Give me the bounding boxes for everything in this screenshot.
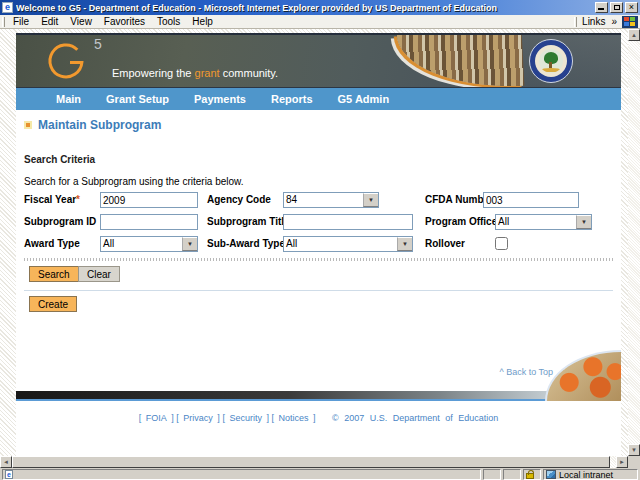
footer-link-foia[interactable]: FOIA xyxy=(146,413,167,423)
award-type-label: Award Type xyxy=(24,236,80,252)
scrollbar-corner xyxy=(628,456,640,468)
menu-gripper xyxy=(2,17,5,27)
links-chevron-icon[interactable]: » xyxy=(608,16,620,27)
horizontal-scroll-thumb[interactable] xyxy=(12,456,610,468)
agency-code-select[interactable]: 84▼ xyxy=(283,192,379,208)
program-office-label: Program Office xyxy=(425,214,497,230)
scroll-up-icon[interactable]: ▲ xyxy=(628,29,640,41)
g5-logo-5: 5 xyxy=(94,36,102,52)
classroom-chairs-photo xyxy=(545,350,621,401)
dropdown-arrow-icon[interactable]: ▼ xyxy=(576,215,591,229)
lock-icon xyxy=(526,473,534,479)
nav-main[interactable]: Main xyxy=(56,93,81,105)
search-criteria-title: Search Criteria xyxy=(24,154,95,165)
heading-bullet-icon xyxy=(24,121,32,129)
security-zone-panel: Local intranet xyxy=(543,469,638,480)
cfda-number-input[interactable] xyxy=(483,192,579,208)
ie-app-icon: e xyxy=(2,2,13,13)
vertical-scrollbar[interactable]: ▲ ▼ xyxy=(628,29,640,456)
nav-g5-admin[interactable]: G5 Admin xyxy=(338,93,390,105)
g5-banner: 5 Empowering the grant community. xyxy=(16,33,621,88)
department-of-education-seal-icon xyxy=(529,39,573,83)
create-button[interactable]: Create xyxy=(29,296,77,312)
main-nav-bar: Main Grant Setup Payments Reports G5 Adm… xyxy=(16,88,621,110)
rollover-label: Rollover xyxy=(425,236,465,252)
menu-tools[interactable]: Tools xyxy=(151,16,186,27)
links-label[interactable]: Links xyxy=(579,16,608,27)
sub-award-type-select[interactable]: All▼ xyxy=(283,236,413,252)
g5-logo-icon xyxy=(44,39,94,88)
page-body: Maintain Subprogram Search Criteria Sear… xyxy=(16,110,621,456)
required-asterisk: * xyxy=(76,194,80,205)
nav-reports[interactable]: Reports xyxy=(271,93,313,105)
banner-tagline: Empowering the grant community. xyxy=(112,67,278,79)
subprogram-id-input[interactable] xyxy=(100,214,198,230)
program-office-select[interactable]: All▼ xyxy=(495,214,592,230)
page-title: Maintain Subprogram xyxy=(38,118,161,132)
ie-page-icon: e xyxy=(5,470,13,479)
restore-icon xyxy=(614,5,620,10)
agency-code-label: Agency Code xyxy=(207,192,271,208)
search-instructions: Search for a Subprogram using the criter… xyxy=(24,176,244,187)
window-title: Welcome to G5 - Department of Education … xyxy=(16,3,593,13)
fiscal-year-input[interactable] xyxy=(100,192,198,208)
sub-award-type-label: Sub-Award Type xyxy=(207,236,285,252)
intranet-zone-icon xyxy=(546,470,556,479)
title-bar: e Welcome to G5 - Department of Educatio… xyxy=(0,0,640,15)
menu-edit[interactable]: Edit xyxy=(35,16,64,27)
library-photo xyxy=(397,33,525,88)
scroll-left-icon[interactable]: ◄ xyxy=(0,456,12,468)
subprogram-id-label: Subprogram ID xyxy=(24,214,96,230)
award-type-select[interactable]: All▼ xyxy=(100,236,198,252)
nav-payments[interactable]: Payments xyxy=(194,93,246,105)
dropdown-arrow-icon[interactable]: ▼ xyxy=(182,237,197,251)
dropdown-arrow-icon[interactable]: ▼ xyxy=(397,237,412,251)
section-divider xyxy=(24,290,613,291)
status-lock-panel xyxy=(523,469,541,480)
back-to-top-link[interactable]: ^ Back to Top xyxy=(499,367,553,377)
footer-link-security[interactable]: Security xyxy=(229,413,262,423)
links-gripper xyxy=(574,17,577,27)
form-row-3: Award Type All▼ Sub-Award Type All▼ Roll… xyxy=(16,236,621,254)
menu-file[interactable]: File xyxy=(7,16,35,27)
footer: [ FOIA ] [ Privacy ] [ Security ] [ Noti… xyxy=(16,413,621,423)
footer-gradient-band xyxy=(16,391,621,401)
minimize-icon xyxy=(598,8,604,10)
menu-view[interactable]: View xyxy=(64,16,98,27)
restore-button[interactable] xyxy=(610,2,623,13)
scroll-right-icon[interactable]: ► xyxy=(616,456,628,468)
subprogram-title-label: Subprogram Title xyxy=(207,214,290,230)
status-bar: e Local intranet xyxy=(0,468,640,480)
close-button[interactable]: × xyxy=(625,2,638,13)
page-heading: Maintain Subprogram xyxy=(24,118,161,132)
search-button[interactable]: Search xyxy=(29,266,79,282)
tagline-grant-highlight: grant xyxy=(195,67,220,79)
subprogram-title-input[interactable] xyxy=(283,214,413,230)
security-zone-label: Local intranet xyxy=(559,470,613,480)
page-content: 5 Empowering the grant community. Main G… xyxy=(16,33,621,456)
menu-help[interactable]: Help xyxy=(186,16,219,27)
horizontal-scrollbar[interactable]: ◄ ► xyxy=(0,456,628,468)
menu-bar: File Edit View Favorites Tools Help Link… xyxy=(0,15,640,29)
dotted-divider xyxy=(24,258,613,261)
fiscal-year-label: Fiscal Year* xyxy=(24,192,80,208)
browser-viewport: 5 Empowering the grant community. Main G… xyxy=(0,29,628,456)
status-panel-1 xyxy=(483,469,501,480)
rollover-checkbox[interactable] xyxy=(495,237,508,250)
clear-button[interactable]: Clear xyxy=(78,266,120,282)
minimize-button[interactable] xyxy=(595,2,608,13)
status-panel-2 xyxy=(503,469,521,480)
form-row-2: Subprogram ID Subprogram Title Program O… xyxy=(16,214,621,232)
footer-link-privacy[interactable]: Privacy xyxy=(183,413,213,423)
nav-grant-setup[interactable]: Grant Setup xyxy=(106,93,169,105)
menu-favorites[interactable]: Favorites xyxy=(98,16,151,27)
footer-link-notices[interactable]: Notices xyxy=(279,413,309,423)
dropdown-arrow-icon[interactable]: ▼ xyxy=(363,193,378,207)
links-toolbar[interactable]: Links » xyxy=(579,16,620,27)
form-row-1: Fiscal Year* Agency Code 84▼ CFDA Number xyxy=(16,192,621,210)
status-main-panel: e xyxy=(2,469,481,480)
scroll-down-icon[interactable]: ▼ xyxy=(628,444,640,456)
windows-logo-icon xyxy=(622,16,638,28)
copyright-text: © 2007 U.S. Department of Education xyxy=(332,413,498,423)
